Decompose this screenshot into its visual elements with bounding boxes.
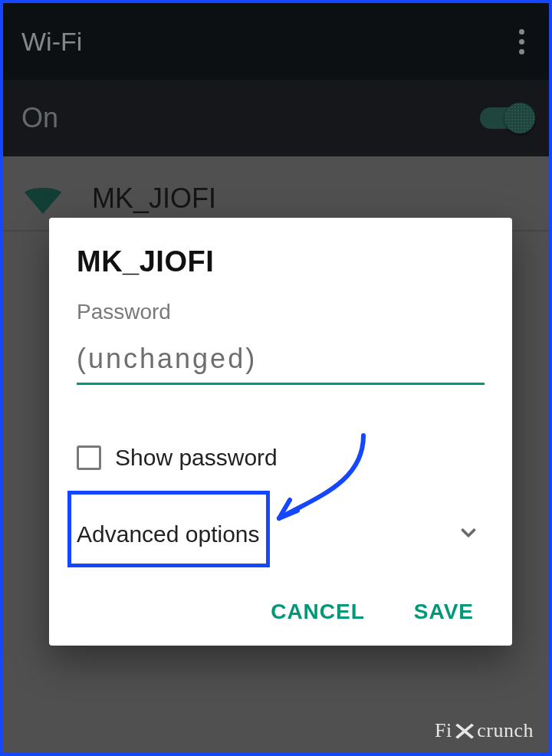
password-label: Password [77, 300, 485, 324]
advanced-options-toggle[interactable]: Advanced options [77, 508, 485, 561]
watermark-text-left: Fi [435, 719, 452, 742]
show-password-checkbox[interactable]: Show password [77, 445, 485, 471]
screenshot-frame: Wi-Fi On MK_JIOFI MK_JIOFI Password [0, 0, 552, 756]
cancel-button[interactable]: CANCEL [266, 592, 370, 632]
wifi-network-dialog: MK_JIOFI Password Show password Advanced… [49, 218, 512, 646]
save-button[interactable]: SAVE [409, 592, 478, 632]
checkbox-icon [77, 445, 101, 470]
chevron-down-icon [457, 521, 480, 547]
show-password-label: Show password [115, 445, 278, 471]
watermark: Fi ✕ crunch [435, 719, 534, 742]
watermark-text-right: crunch [477, 719, 534, 742]
password-input[interactable] [77, 338, 485, 385]
advanced-options-label: Advanced options [77, 521, 260, 547]
dialog-title: MK_JIOFI [77, 245, 485, 278]
dialog-actions: CANCEL SAVE [77, 592, 485, 632]
